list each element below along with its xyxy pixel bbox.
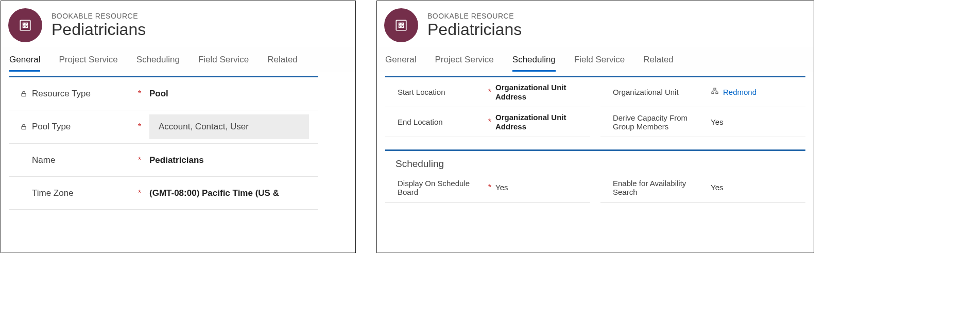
field-name[interactable]: Name * Pediatricians	[9, 144, 318, 177]
svg-rect-5	[712, 92, 714, 93]
required-indicator: *	[136, 89, 143, 99]
entity-type-label: BOOKABLE RESOURCE	[51, 12, 146, 20]
record-title: Pediatricians	[51, 20, 146, 39]
svg-rect-3	[396, 20, 406, 30]
field-time-zone[interactable]: Time Zone * (GMT-08:00) Pacific Time (US…	[9, 177, 318, 210]
form-header: BOOKABLE RESOURCE Pediatricians	[377, 1, 814, 47]
required-indicator: *	[136, 155, 143, 165]
lock-icon	[20, 123, 28, 131]
required-indicator: *	[486, 117, 493, 127]
entity-type-label: BOOKABLE RESOURCE	[427, 12, 522, 20]
form-tabs: General Project Service Scheduling Field…	[1, 47, 355, 72]
field-label: Organizational Unit	[613, 88, 679, 96]
required-indicator: *	[136, 188, 143, 198]
field-derive-capacity[interactable]: Derive Capacity From Group Members * Yes	[600, 107, 805, 137]
field-value: Yes	[711, 118, 723, 126]
field-display-on-schedule-board[interactable]: Display On Schedule Board * Yes	[385, 173, 590, 203]
required-indicator: *	[136, 122, 143, 132]
org-unit-icon	[711, 87, 719, 97]
svg-rect-4	[714, 88, 716, 90]
entity-icon	[8, 8, 42, 42]
field-label: Resource Type	[32, 89, 91, 99]
field-value: (GMT-08:00) Pacific Time (US &	[149, 188, 279, 198]
field-value: Organizational Unit Address	[495, 83, 566, 101]
form-tabs: General Project Service Scheduling Field…	[377, 47, 814, 72]
field-end-location[interactable]: End Location * Organizational Unit Addre…	[385, 107, 590, 137]
field-value: Pediatricians	[149, 155, 204, 165]
field-label: Name	[32, 155, 55, 165]
scheduling-section-bottom: Scheduling Display On Schedule Board * Y…	[385, 149, 805, 203]
field-resource-type[interactable]: Resource Type * Pool	[9, 77, 318, 110]
field-label: Time Zone	[32, 188, 74, 198]
field-value: Organizational Unit Address	[495, 113, 566, 131]
svg-rect-0	[20, 20, 30, 30]
tab-project-service[interactable]: Project Service	[435, 55, 493, 72]
field-organizational-unit[interactable]: Organizational Unit * Redmond	[600, 77, 805, 107]
tab-field-service[interactable]: Field Service	[574, 55, 625, 72]
field-value: Pool	[149, 89, 168, 98]
record-title: Pediatricians	[427, 20, 522, 39]
required-indicator: *	[486, 182, 493, 193]
tab-general[interactable]: General	[9, 55, 40, 72]
scheduling-section-top: Start Location * Organizational Unit Add…	[385, 76, 805, 137]
lock-icon	[20, 90, 28, 98]
bookable-resource-card-scheduling: BOOKABLE RESOURCE Pediatricians General …	[376, 1, 814, 253]
tab-related[interactable]: Related	[643, 55, 674, 72]
svg-rect-2	[22, 126, 26, 129]
section-heading: Scheduling	[385, 151, 805, 173]
tab-scheduling[interactable]: Scheduling	[512, 55, 556, 72]
bookable-resource-card-general: BOOKABLE RESOURCE Pediatricians General …	[1, 1, 356, 253]
svg-rect-6	[716, 92, 718, 93]
org-unit-lookup[interactable]: Redmond	[711, 87, 757, 97]
tab-project-service[interactable]: Project Service	[59, 55, 117, 72]
svg-rect-1	[22, 93, 26, 96]
tab-general[interactable]: General	[385, 55, 416, 72]
field-start-location[interactable]: Start Location * Organizational Unit Add…	[385, 77, 590, 107]
tab-scheduling[interactable]: Scheduling	[136, 55, 180, 72]
field-value: Yes	[495, 183, 508, 192]
general-section: Resource Type * Pool Pool Type * Account…	[9, 76, 318, 210]
pool-type-input[interactable]: Account, Contact, User	[149, 114, 309, 139]
field-label: Enable for Availability Search	[613, 179, 701, 196]
field-label: Display On Schedule Board	[398, 179, 486, 196]
tab-related[interactable]: Related	[267, 55, 298, 72]
entity-icon	[384, 8, 418, 42]
tab-field-service[interactable]: Field Service	[198, 55, 249, 72]
field-label: End Location	[398, 118, 443, 126]
field-label: Derive Capacity From Group Members	[613, 113, 701, 131]
field-label: Pool Type	[32, 122, 71, 132]
field-pool-type[interactable]: Pool Type * Account, Contact, User	[9, 110, 318, 144]
field-label: Start Location	[398, 88, 445, 96]
lookup-value: Redmond	[723, 88, 757, 96]
field-enable-availability-search[interactable]: Enable for Availability Search * Yes	[600, 173, 805, 203]
form-header: BOOKABLE RESOURCE Pediatricians	[1, 1, 355, 47]
field-value: Yes	[711, 183, 723, 192]
required-indicator: *	[486, 87, 493, 97]
